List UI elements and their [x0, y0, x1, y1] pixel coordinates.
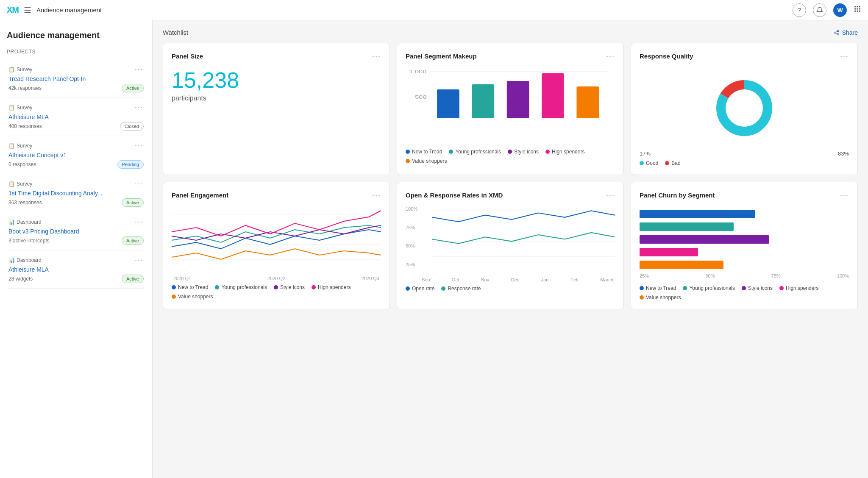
more-options-button[interactable]: ··· — [135, 141, 144, 150]
sidebar-title: Audience management — [7, 31, 145, 40]
project-responses: 3 active intercepts — [8, 238, 50, 244]
legend-item: Young professionals — [683, 285, 735, 291]
card-title: Panel Segment Makeup — [406, 53, 477, 60]
cards-grid: Panel Size ··· 15,238 participants Panel… — [163, 43, 858, 309]
panel-size-card: Panel Size ··· 15,238 participants — [163, 43, 390, 175]
main-header: Watchlist Share — [163, 29, 858, 36]
help-button[interactable]: ? — [793, 3, 806, 17]
svg-point-10 — [834, 32, 836, 33]
card-more-button[interactable]: ··· — [840, 191, 849, 200]
rates-chart-svg — [406, 206, 615, 274]
apps-grid-icon[interactable] — [854, 5, 861, 15]
hbar-row — [640, 222, 849, 231]
svg-text:500: 500 — [415, 95, 427, 100]
project-name[interactable]: Boot v3 Pricing Dashboard — [8, 228, 144, 235]
legend-dot — [172, 295, 176, 299]
project-name[interactable]: Tread Research Panel Opt-In — [8, 75, 144, 82]
legend-item: Value shoppers — [406, 158, 447, 164]
svg-rect-6 — [854, 11, 856, 12]
legend-dot — [406, 159, 410, 163]
status-badge: Active — [122, 84, 144, 92]
status-badge: Pending — [117, 160, 144, 169]
more-options-button[interactable]: ··· — [135, 179, 144, 188]
svg-rect-18 — [437, 89, 459, 118]
svg-rect-7 — [857, 11, 858, 12]
status-badge: Active — [122, 275, 144, 283]
legend-dot — [406, 150, 410, 154]
project-name[interactable]: Athleisure MLA — [8, 114, 144, 120]
card-more-button[interactable]: ··· — [606, 52, 615, 61]
project-responses: 28 widgets — [8, 276, 33, 282]
notification-button[interactable] — [813, 3, 826, 17]
user-avatar[interactable]: W — [833, 3, 847, 17]
legend-item: New to Tread — [406, 149, 442, 155]
legend-item: Young professionals — [215, 284, 267, 290]
legend-item: Style icons — [508, 149, 539, 155]
project-name[interactable]: 1st Time Digital Discounting Analy... — [8, 190, 144, 197]
card-more-button[interactable]: ··· — [372, 52, 381, 61]
svg-rect-21 — [542, 73, 564, 118]
xm-logo[interactable]: XM — [7, 5, 19, 15]
project-type-label: 📋 Survey — [8, 143, 32, 149]
card-more-button[interactable]: ··· — [840, 52, 849, 61]
legend-dot — [640, 286, 644, 290]
project-responses: 400 responses — [8, 123, 42, 129]
more-options-button[interactable]: ··· — [135, 103, 144, 112]
hamburger-icon[interactable]: ☰ — [24, 5, 31, 15]
app-container: Audience management Projects 📋 Survey ··… — [0, 20, 868, 478]
engagement-legend: New to Tread Young professionals Style i… — [172, 284, 381, 300]
donut-chart-svg — [710, 74, 778, 142]
x-axis-labels: Sep Oct Nov Dec Jan Feb March — [406, 277, 615, 282]
watchlist-label: Watchlist — [163, 29, 188, 36]
list-item: 📋 Survey ··· Athleisure MLA 400 response… — [7, 98, 145, 136]
project-type-label: 📋 Survey — [8, 67, 32, 72]
legend-dot — [274, 285, 278, 289]
hbar-bar — [640, 222, 734, 231]
legend-dot — [449, 150, 453, 154]
legend-dot — [406, 286, 410, 291]
share-button[interactable]: Share — [834, 29, 858, 36]
legend-item: Open rate — [406, 286, 434, 292]
survey-icon: 📋 — [8, 143, 15, 149]
card-more-button[interactable]: ··· — [606, 191, 615, 200]
project-responses: 0 responses — [8, 161, 36, 167]
legend-item: Style icons — [274, 284, 305, 290]
svg-point-9 — [837, 30, 839, 32]
svg-rect-4 — [857, 8, 858, 10]
card-more-button[interactable]: ··· — [372, 191, 381, 200]
project-name[interactable]: Athleisure Concept v1 — [8, 152, 144, 158]
panel-size-number: 15,238 — [172, 67, 381, 93]
more-options-button[interactable]: ··· — [135, 256, 144, 264]
legend-dot — [640, 161, 644, 165]
card-title: Panel Churn by Segment — [640, 192, 715, 199]
x-axis-labels: 2020 Q1 2020 Q2 2020 Q3 — [172, 276, 381, 281]
project-responses: 363 responses — [8, 200, 42, 206]
legend-item: New to Tread — [172, 284, 208, 290]
panel-segment-card: Panel Segment Makeup ··· 1,000 500 — [397, 43, 624, 175]
legend-item: New to Tread — [640, 285, 676, 291]
list-item: 📊 Dashboard ··· Athleisure MLA 28 widget… — [7, 250, 145, 289]
hbar-x-labels: 25% 50% 75% 100% — [640, 273, 849, 278]
svg-rect-0 — [854, 6, 856, 7]
survey-icon: 📋 — [8, 181, 15, 187]
list-item: 📋 Survey ··· 1st Time Digital Discountin… — [7, 174, 145, 212]
share-icon — [834, 30, 840, 36]
dashboard-icon: 📊 — [8, 219, 15, 225]
list-item: 📋 Survey ··· Athleisure Concept v1 0 res… — [7, 136, 145, 174]
project-name[interactable]: Athleisure MLA — [8, 266, 144, 273]
legend-item: Response rate — [441, 286, 481, 292]
panel-engagement-card: Panel Engagement ··· — [163, 182, 390, 309]
project-type-label: 📋 Survey — [8, 105, 32, 111]
legend-dot — [640, 295, 644, 300]
svg-line-12 — [836, 33, 837, 33]
legend-dot — [508, 150, 512, 154]
hbar-bar — [640, 235, 769, 244]
more-options-button[interactable]: ··· — [135, 65, 144, 74]
project-responses: 42k responses — [8, 85, 42, 91]
projects-label: Projects — [7, 49, 145, 55]
list-item: 📋 Survey ··· Tread Research Panel Opt-In… — [7, 60, 145, 98]
survey-icon: 📋 — [8, 67, 15, 72]
project-type-label: 📊 Dashboard — [8, 219, 42, 225]
more-options-button[interactable]: ··· — [135, 217, 144, 226]
legend-dot — [779, 286, 784, 290]
